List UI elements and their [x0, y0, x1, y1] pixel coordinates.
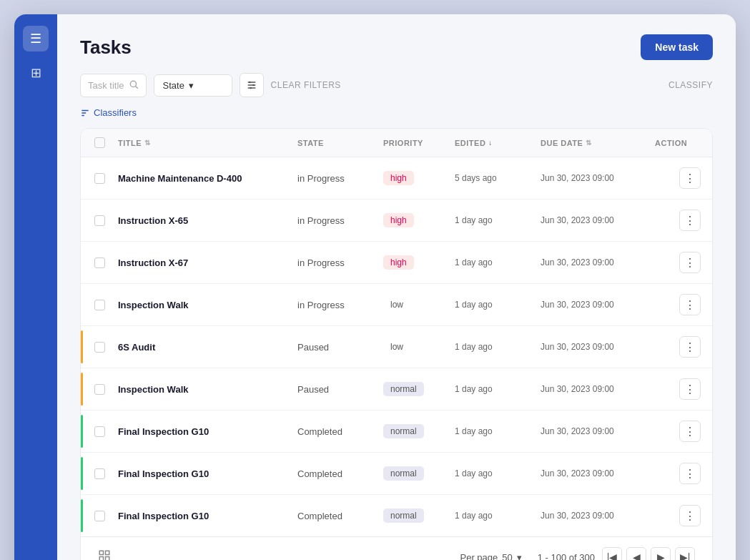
table-row: Inspection Walk in Progress low 1 day ag…	[81, 284, 712, 326]
row-duedate: Jun 30, 2023 09:00	[535, 501, 649, 531]
row-checkbox-cell[interactable]	[87, 501, 112, 531]
row-checkbox-cell[interactable]	[87, 374, 112, 405]
table-footer: Per page 50 ▾ 1 - 100 of 300 |◀ ◀ ▶ ▶|	[81, 536, 712, 560]
row-color-bar	[81, 373, 83, 406]
table-row: Final Inspection G10 Completed normal 1 …	[81, 495, 712, 536]
row-checkbox-cell[interactable]	[87, 247, 112, 278]
row-state: Completed	[292, 416, 378, 447]
row-edited: 1 day ago	[449, 247, 535, 277]
row-checkbox-cell[interactable]	[87, 416, 112, 447]
row-checkbox-cell[interactable]	[87, 332, 112, 363]
grid-icon[interactable]: ⊞	[23, 60, 49, 86]
row-edited: 1 day ago	[449, 332, 535, 362]
search-input-label: Task title	[88, 80, 124, 91]
menu-icon[interactable]: ☰	[23, 26, 49, 51]
row-checkbox[interactable]	[94, 511, 105, 521]
row-action-button[interactable]: ⋮	[679, 167, 701, 189]
priority-badge: high	[383, 171, 414, 185]
classify-button[interactable]: CLASSIFY	[668, 80, 713, 90]
row-checkbox-cell[interactable]	[87, 290, 112, 320]
select-all-checkbox[interactable]	[94, 137, 105, 148]
next-page-button[interactable]: ▶	[651, 547, 671, 560]
row-state: in Progress	[292, 163, 378, 194]
filter-options-button[interactable]	[240, 73, 264, 97]
row-title: Final Inspection G10	[112, 501, 292, 531]
row-checkbox-cell[interactable]	[87, 458, 112, 489]
svg-point-6	[249, 82, 251, 84]
table-row: Inspection Walk Paused normal 1 day ago …	[81, 368, 712, 411]
row-checkbox[interactable]	[94, 173, 105, 184]
table-body: Machine Maintenance D-400 in Progress hi…	[81, 157, 712, 536]
row-action-cell: ⋮	[649, 453, 706, 494]
row-edited: 1 day ago	[449, 205, 535, 235]
row-checkbox[interactable]	[94, 300, 105, 310]
th-duedate[interactable]: DUE DATE ⇅	[535, 129, 649, 157]
row-title: Final Inspection G10	[112, 458, 292, 489]
row-checkbox[interactable]	[94, 342, 105, 353]
prev-page-button[interactable]: ◀	[626, 547, 646, 560]
row-priority: low	[378, 330, 449, 364]
table-row: Instruction X-67 in Progress high 1 day …	[81, 242, 712, 284]
row-action-button[interactable]: ⋮	[679, 252, 701, 273]
priority-badge: low	[383, 298, 410, 312]
row-title: Instruction X-65	[112, 205, 292, 236]
per-page-chevron[interactable]: ▾	[517, 552, 522, 561]
row-checkbox[interactable]	[94, 384, 105, 395]
per-page-value: 50	[502, 552, 512, 561]
last-page-button[interactable]: ▶|	[675, 547, 695, 560]
row-action-button[interactable]: ⋮	[679, 505, 701, 526]
svg-rect-15	[106, 557, 109, 561]
svg-point-7	[252, 84, 255, 87]
row-action-cell: ⋮	[649, 326, 706, 368]
clear-filters-button[interactable]: CLEAR FILTERS	[271, 80, 341, 90]
row-checkbox[interactable]	[94, 468, 105, 479]
row-duedate: Jun 30, 2023 09:00	[535, 374, 649, 404]
row-duedate: Jun 30, 2023 09:00	[535, 163, 649, 193]
table-settings-icon[interactable]	[98, 549, 111, 560]
table-row: Instruction X-65 in Progress high 1 day …	[81, 200, 712, 242]
th-title[interactable]: TITLE ⇅	[112, 129, 292, 157]
row-action-button[interactable]: ⋮	[679, 421, 701, 442]
row-checkbox-cell[interactable]	[87, 205, 112, 236]
row-state: Completed	[292, 501, 378, 531]
filter-row: Task title State ▾ CLEAR	[80, 73, 713, 97]
row-priority: high	[378, 245, 449, 280]
row-edited: 1 day ago	[449, 290, 535, 320]
row-state: in Progress	[292, 205, 378, 236]
classifiers-button[interactable]: Classifiers	[80, 107, 137, 118]
th-edited[interactable]: EDITED ↓	[449, 129, 535, 157]
row-checkbox[interactable]	[94, 426, 105, 437]
row-action-button[interactable]: ⋮	[679, 463, 701, 484]
row-checkbox[interactable]	[94, 215, 105, 226]
row-checkbox-cell[interactable]	[87, 163, 112, 194]
new-task-button[interactable]: New task	[641, 34, 713, 60]
row-action-button[interactable]: ⋮	[679, 294, 701, 315]
row-title: Inspection Walk	[112, 374, 292, 405]
row-checkbox[interactable]	[94, 257, 105, 268]
chevron-down-icon: ▾	[189, 80, 194, 91]
row-action-button[interactable]: ⋮	[679, 336, 701, 358]
sidebar: ☰ ⊞	[14, 14, 57, 560]
priority-badge: low	[383, 340, 410, 354]
first-page-button[interactable]: |◀	[602, 547, 622, 560]
row-action-button[interactable]: ⋮	[679, 378, 701, 400]
th-check[interactable]	[87, 129, 112, 157]
row-edited: 1 day ago	[449, 458, 535, 488]
search-box[interactable]: Task title	[80, 74, 147, 97]
row-action-cell: ⋮	[649, 495, 706, 536]
user-icon[interactable]	[23, 555, 49, 560]
title-sort-icon: ⇅	[144, 139, 151, 147]
search-icon	[129, 79, 139, 92]
row-duedate: Jun 30, 2023 09:00	[535, 247, 649, 277]
svg-point-8	[250, 87, 252, 89]
state-dropdown[interactable]: State ▾	[154, 74, 232, 97]
row-action-button[interactable]: ⋮	[679, 210, 701, 231]
row-title: Final Inspection G10	[112, 416, 292, 447]
th-state: STATE	[292, 129, 378, 157]
task-table: TITLE ⇅ STATE PRIORITY EDITED ↓ DUE DATE…	[80, 128, 713, 560]
row-color-bar	[81, 330, 83, 363]
svg-rect-12	[99, 551, 103, 554]
row-state: Paused	[292, 374, 378, 405]
row-color-bar	[81, 499, 83, 532]
svg-rect-14	[99, 557, 103, 561]
